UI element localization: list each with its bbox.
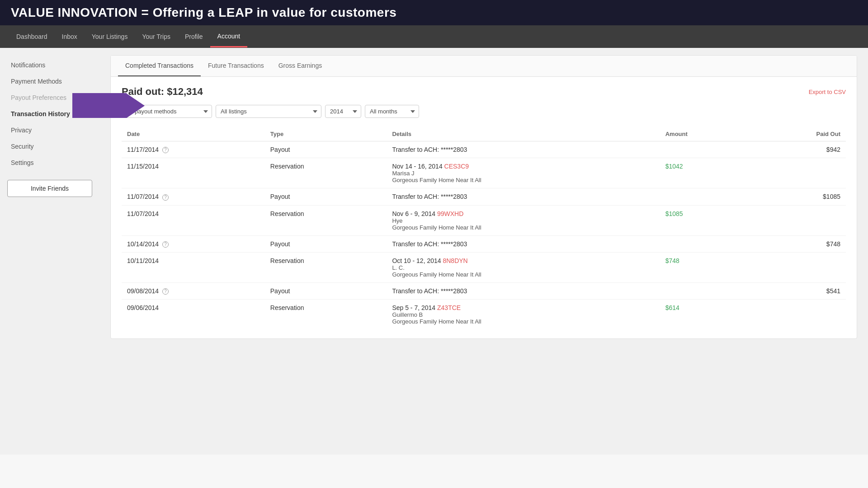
filters-row: All payout methods ACH ****2803 All list…: [122, 105, 846, 118]
cell-amount: $1085: [660, 205, 750, 235]
cell-paid-out: [750, 158, 846, 188]
guest-name: Guillermo B: [392, 311, 654, 318]
tab-completed-transactions[interactable]: Completed Transactions: [118, 56, 201, 76]
transactions-table: Date Type Details Amount Paid Out 11/17/…: [122, 127, 846, 329]
cell-date: 11/07/2014: [122, 205, 265, 235]
cell-details: Transfer to ACH: *****2803: [387, 282, 660, 299]
table-row: 11/17/2014 ? Payout Transfer to ACH: ***…: [122, 141, 846, 158]
guest-name: L. C.: [392, 264, 654, 271]
cell-amount: $614: [660, 300, 750, 330]
cell-paid-out: [750, 205, 846, 235]
question-icon[interactable]: ?: [162, 241, 169, 248]
sidebar-item-notifications[interactable]: Notifications: [0, 57, 99, 73]
cell-type: Payout: [265, 188, 387, 205]
tab-future-transactions[interactable]: Future Transactions: [201, 56, 271, 76]
nav-your-trips[interactable]: Your Trips: [135, 27, 178, 47]
table-row: 10/11/2014 Reservation Oct 10 - 12, 2014…: [122, 252, 846, 282]
banner: VALUE INNOVATION = Offering a LEAP in va…: [0, 0, 868, 25]
cell-type: Reservation: [265, 300, 387, 330]
cell-paid-out: [750, 300, 846, 330]
navbar: Dashboard Inbox Your Listings Your Trips…: [0, 25, 868, 48]
arrow-pointer: [72, 93, 127, 118]
guest-name: Marisa J: [392, 170, 654, 177]
sidebar-item-privacy[interactable]: Privacy: [0, 122, 99, 138]
main-layout: Notifications Payment Methods Payout Pre…: [0, 48, 868, 455]
listing-name: Gorgeous Family Home Near It All: [392, 224, 654, 231]
cell-paid-out: $541: [750, 282, 846, 299]
question-icon[interactable]: ?: [162, 194, 169, 201]
listings-filter[interactable]: All listings Gorgeous Family Home Near I…: [216, 105, 321, 118]
guest-name: Hye: [392, 217, 654, 224]
table-row: 09/08/2014 ? Payout Transfer to ACH: ***…: [122, 282, 846, 299]
cell-date: 10/14/2014 ?: [122, 235, 265, 252]
cell-paid-out: $942: [750, 141, 846, 158]
col-header-date: Date: [122, 127, 265, 141]
cell-type: Payout: [265, 141, 387, 158]
months-filter[interactable]: All months January February March April …: [365, 105, 419, 118]
cell-date: 11/17/2014 ?: [122, 141, 265, 158]
cell-details: Transfer to ACH: *****2803: [387, 141, 660, 158]
cell-paid-out: $1085: [750, 188, 846, 205]
cell-amount: [660, 188, 750, 205]
cell-date: 11/15/2014: [122, 158, 265, 188]
nav-dashboard[interactable]: Dashboard: [9, 27, 55, 47]
cell-type: Reservation: [265, 252, 387, 282]
reservation-code[interactable]: 8N8DYN: [443, 257, 467, 264]
cell-amount: [660, 235, 750, 252]
sidebar-item-payment-methods[interactable]: Payment Methods: [0, 73, 99, 89]
cell-date: 10/11/2014: [122, 252, 265, 282]
listing-name: Gorgeous Family Home Near It All: [392, 177, 654, 183]
banner-text: VALUE INNOVATION = Offering a LEAP in va…: [11, 5, 396, 19]
cell-amount: [660, 141, 750, 158]
question-icon[interactable]: ?: [162, 288, 169, 295]
cell-amount: $748: [660, 252, 750, 282]
tabs-container: Completed Transactions Future Transactio…: [111, 56, 857, 77]
paid-out-row: Paid out: $12,314 Export to CSV: [122, 86, 846, 98]
cell-details: Transfer to ACH: *****2803: [387, 188, 660, 205]
reservation-code[interactable]: CES3C9: [444, 163, 469, 170]
cell-amount: $1042: [660, 158, 750, 188]
table-row: 11/07/2014 Reservation Nov 6 - 9, 2014 9…: [122, 205, 846, 235]
col-header-details: Details: [387, 127, 660, 141]
reservation-code[interactable]: Z43TCE: [437, 304, 461, 311]
cell-details: Oct 10 - 12, 2014 8N8DYN L. C. Gorgeous …: [387, 252, 660, 282]
sidebar: Notifications Payment Methods Payout Pre…: [0, 48, 99, 455]
table-row: 09/06/2014 Reservation Sep 5 - 7, 2014 Z…: [122, 300, 846, 330]
sidebar-item-settings[interactable]: Settings: [0, 155, 99, 171]
year-filter[interactable]: 2013 2014 2015: [325, 105, 361, 118]
export-csv-link[interactable]: Export to CSV: [809, 89, 846, 95]
cell-paid-out: $748: [750, 235, 846, 252]
cell-date: 09/06/2014: [122, 300, 265, 330]
invite-friends-button[interactable]: Invite Friends: [7, 180, 92, 197]
reservation-code[interactable]: 99WXHD: [437, 210, 463, 217]
cell-details: Sep 5 - 7, 2014 Z43TCE Guillermo B Gorge…: [387, 300, 660, 330]
nav-profile[interactable]: Profile: [178, 27, 210, 47]
question-icon[interactable]: ?: [162, 147, 169, 153]
cell-type: Payout: [265, 235, 387, 252]
cell-date: 11/07/2014 ?: [122, 188, 265, 205]
card-body: Paid out: $12,314 Export to CSV All payo…: [111, 77, 857, 338]
table-row: 11/15/2014 Reservation Nov 14 - 16, 2014…: [122, 158, 846, 188]
cell-amount: [660, 282, 750, 299]
cell-details: Nov 14 - 16, 2014 CES3C9 Marisa J Gorgeo…: [387, 158, 660, 188]
sidebar-item-security[interactable]: Security: [0, 138, 99, 155]
nav-inbox[interactable]: Inbox: [55, 27, 85, 47]
main-content: Completed Transactions Future Transactio…: [99, 48, 868, 455]
listing-name: Gorgeous Family Home Near It All: [392, 271, 654, 278]
cell-date: 09/08/2014 ?: [122, 282, 265, 299]
col-header-paid-out: Paid Out: [750, 127, 846, 141]
table-row: 11/07/2014 ? Payout Transfer to ACH: ***…: [122, 188, 846, 205]
nav-your-listings[interactable]: Your Listings: [85, 27, 135, 47]
cell-details: Nov 6 - 9, 2014 99WXHD Hye Gorgeous Fami…: [387, 205, 660, 235]
col-header-type: Type: [265, 127, 387, 141]
transactions-card: Completed Transactions Future Transactio…: [110, 55, 857, 339]
tab-gross-earnings[interactable]: Gross Earnings: [271, 56, 329, 76]
cell-details: Transfer to ACH: *****2803: [387, 235, 660, 252]
cell-paid-out: [750, 252, 846, 282]
cell-type: Reservation: [265, 205, 387, 235]
listing-name: Gorgeous Family Home Near It All: [392, 318, 654, 325]
cell-type: Reservation: [265, 158, 387, 188]
cell-type: Payout: [265, 282, 387, 299]
col-header-amount: Amount: [660, 127, 750, 141]
nav-account[interactable]: Account: [210, 26, 248, 47]
